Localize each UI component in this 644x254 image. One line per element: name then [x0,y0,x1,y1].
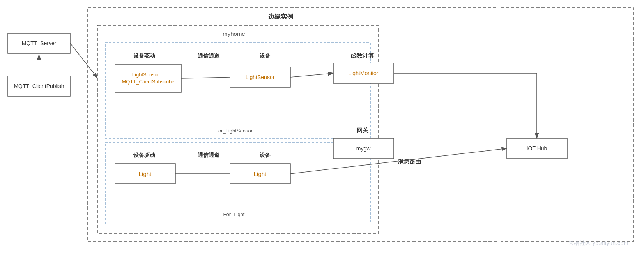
device-driver-label-2: 设备驱动 [133,152,155,158]
for-light-sensor-label: For_LightSensor [215,128,253,134]
edge-instance-label: 边缘实例 [268,13,293,20]
gateway-label: 网关 [357,127,369,134]
light-sensor-comm-line [181,77,230,78]
light-sensor-device-label: LightSensor [246,74,275,80]
arrow-mqtt-server-to-edge [70,43,97,78]
arrow-sensor-to-monitor [290,73,333,77]
comm-channel-label-2: 通信通道 [198,152,220,158]
myhome-label: myhome [223,30,245,37]
iot-hub-label: IOT Hub [527,145,547,152]
light-monitor-label: LightMonitor [348,70,378,76]
light-device-label: Light [254,171,267,177]
light-driver-label: Light [139,171,152,177]
device-label-1: 设备 [260,53,271,59]
device-label-2: 设备 [260,152,271,158]
light-sensor-driver-text-1: LightSensor： [132,72,164,78]
for-light-label: For_Light [223,212,245,217]
main-svg: MQTT_Server MQTT_ClientPublish 边缘实例 myho… [0,0,644,254]
light-sensor-driver-text-2: MQTT_ClientSubscribe [122,79,174,85]
device-driver-label-1: 设备驱动 [133,53,155,59]
mqtt-server-label: MQTT_Server [22,40,57,46]
light-sensor-driver-box [115,64,181,92]
comm-channel-label-1: 通信通道 [198,53,220,59]
diagram-container: MQTT_Server MQTT_ClientPublish 边缘实例 myho… [0,0,644,254]
right-outer-box [501,8,633,242]
arrow-light-to-iothub [290,148,507,174]
func-compute-label: 函数计算 [351,52,375,59]
mqtt-client-publish-label: MQTT_ClientPublish [14,83,64,89]
watermark: 云栖社区 yq.aliyun.com [568,240,628,247]
mygw-label: mygw [356,145,371,152]
